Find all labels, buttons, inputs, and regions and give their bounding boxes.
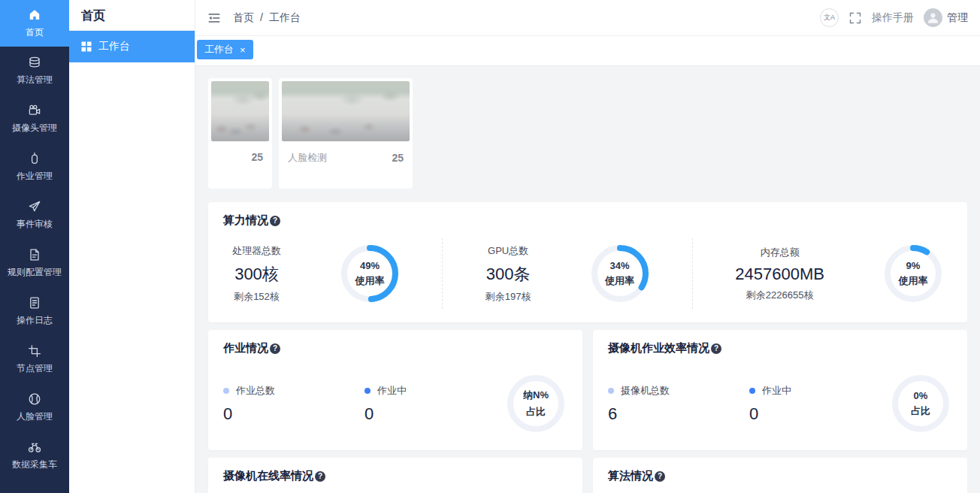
task-count: 25 <box>392 152 404 164</box>
breadcrumb-home[interactable]: 首页 <box>233 11 254 25</box>
menu-fold-icon <box>207 11 221 25</box>
collapse-sidebar-button[interactable] <box>207 11 222 26</box>
tabbar: 工作台 × <box>195 36 980 66</box>
video-camera-icon <box>28 104 41 117</box>
donut-caption: 占比 <box>526 405 546 419</box>
stopwatch-icon <box>28 152 41 165</box>
camera-total-legend: 摄像机总数 6 <box>608 384 749 424</box>
sidebar-item-label: 作业管理 <box>17 170 53 183</box>
help-icon[interactable]: ? <box>711 343 721 354</box>
sidebar-item-face-mgmt[interactable]: 人脸管理 <box>0 383 69 431</box>
sidebar-item-label: 人脸管理 <box>17 410 53 423</box>
panel-title: 算法情况 <box>608 469 653 483</box>
app-root: 首页 算法管理 摄像头管理 作业管理 事件审核 规则配置管理 操作日志 节点管 <box>0 0 980 493</box>
camera-efficiency-panel: 摄像机作业效率情况 ? 摄像机总数 6 作业中 0 <box>593 330 967 450</box>
legend-label: 作业中 <box>377 384 407 398</box>
help-icon[interactable]: ? <box>315 471 325 482</box>
gpu-stat: GPU总数 300条 剩余197核 <box>485 244 531 304</box>
sidebar-item-label: 事件审核 <box>17 218 53 231</box>
algorithm-panel: 算法情况 ? <box>593 458 967 493</box>
bicycle-icon <box>28 440 41 454</box>
sidebar-item-rule-config[interactable]: 规则配置管理 <box>0 239 69 287</box>
job-ratio-donut: 纳N% 占比 <box>506 374 566 434</box>
donut-percent: 9% <box>906 260 921 271</box>
task-count: 25 <box>251 151 263 163</box>
legend-dot <box>364 388 371 394</box>
donut-caption: 使用率 <box>605 274 634 288</box>
help-icon[interactable]: ? <box>270 216 280 226</box>
sidebar-item-home[interactable]: 首页 <box>0 0 69 47</box>
sidebar-item-algorithm[interactable]: 算法管理 <box>0 47 69 95</box>
donut-caption: 使用率 <box>355 274 385 288</box>
legend-value: 0 <box>223 404 364 424</box>
log-icon <box>28 296 41 310</box>
memory-stat: 内存总额 2457600MB 剩余2226655核 <box>735 246 824 302</box>
fullscreen-icon[interactable] <box>848 11 862 25</box>
stat-label: 处理器总数 <box>232 244 281 258</box>
database-icon <box>28 56 41 69</box>
tab-close-icon[interactable]: × <box>240 45 246 55</box>
legend-dot <box>608 388 614 394</box>
stat-label: GPU总数 <box>485 244 531 258</box>
sidebar-item-label: 摄像头管理 <box>12 122 57 135</box>
panel-title: 作业情况 <box>223 341 268 355</box>
tab-workbench[interactable]: 工作台 × <box>197 40 253 59</box>
help-icon[interactable]: ? <box>270 343 280 354</box>
legend-dot <box>749 388 755 394</box>
breadcrumb: 首页 / 工作台 <box>233 11 301 25</box>
sidebar-item-node-mgmt[interactable]: 节点管理 <box>0 335 69 383</box>
user-name: 管理 <box>947 11 968 25</box>
submenu-header: 首页 <box>69 0 195 31</box>
translate-button[interactable]: 文A <box>820 8 839 27</box>
sidebar-item-operation-log[interactable]: 操作日志 <box>0 287 69 335</box>
sidebar-item-label: 首页 <box>26 26 44 39</box>
cctv-thumbnail <box>211 81 269 141</box>
legend-label: 作业中 <box>762 384 791 398</box>
cpu-usage-donut: 49% 使用率 <box>340 243 400 304</box>
task-name: 人脸检测 <box>288 151 327 165</box>
breadcrumb-workbench[interactable]: 工作台 <box>269 11 301 25</box>
legend-label: 摄像机总数 <box>621 384 670 398</box>
donut-percent: 0% <box>914 390 928 401</box>
manual-link[interactable]: 操作手册 <box>872 11 914 25</box>
task-card[interactable]: 人脸检测 25 <box>279 78 413 189</box>
stat-value: 2457600MB <box>735 265 824 284</box>
stat-value: 300条 <box>485 263 531 286</box>
sidebar-item-data-vehicle[interactable]: 数据采集车 <box>0 431 69 479</box>
task-card[interactable]: 25 <box>208 78 272 189</box>
sidebar-item-event-review[interactable]: 事件审核 <box>0 191 69 239</box>
camera-online-panel: 摄像机在线率情况 ? <box>208 458 582 493</box>
translate-icon: 文A <box>824 13 835 23</box>
cpu-stat: 处理器总数 300核 剩余152核 <box>232 244 281 304</box>
legend-value: 0 <box>364 404 506 424</box>
donut-caption: 占比 <box>911 404 930 418</box>
user-menu[interactable]: 管理 <box>924 8 968 27</box>
home-icon <box>28 8 41 22</box>
panel-title: 算力情况 <box>223 213 268 228</box>
job-running-legend: 作业中 0 <box>364 384 506 424</box>
legend-value: 6 <box>608 404 749 424</box>
donut-caption: 使用率 <box>898 274 927 288</box>
topbar: 首页 / 工作台 文A 操作手册 管理 <box>195 0 980 36</box>
stat-remain: 剩余197核 <box>485 290 531 304</box>
grid-icon <box>81 41 92 52</box>
tab-label: 工作台 <box>204 43 234 56</box>
legend-dot <box>223 388 229 394</box>
sidebar-item-clipped[interactable] <box>0 479 69 493</box>
sidebar-item-label: 数据采集车 <box>12 458 57 471</box>
help-icon[interactable]: ? <box>655 471 665 482</box>
stat-remain: 剩余152核 <box>232 290 281 304</box>
cctv-thumbnail <box>282 81 410 141</box>
sidebar-item-cameras[interactable]: 摄像头管理 <box>0 95 69 143</box>
paper-plane-icon <box>28 200 41 213</box>
dashed-divider <box>442 238 443 309</box>
task-card-row: 25 人脸检测 25 <box>208 78 967 189</box>
submenu-item-workbench[interactable]: 工作台 <box>69 31 195 62</box>
donut-percent: 纳N% <box>523 389 549 402</box>
camera-ratio-donut: 0% 占比 <box>891 374 951 434</box>
breadcrumb-separator: / <box>260 11 263 25</box>
sidebar-item-jobs[interactable]: 作业管理 <box>0 143 69 191</box>
compute-panel: 算力情况 ? 处理器总数 300核 剩余152核 <box>208 202 967 322</box>
panel-title: 摄像机作业效率情况 <box>608 341 709 355</box>
sidebar-item-label: 操作日志 <box>17 314 53 327</box>
